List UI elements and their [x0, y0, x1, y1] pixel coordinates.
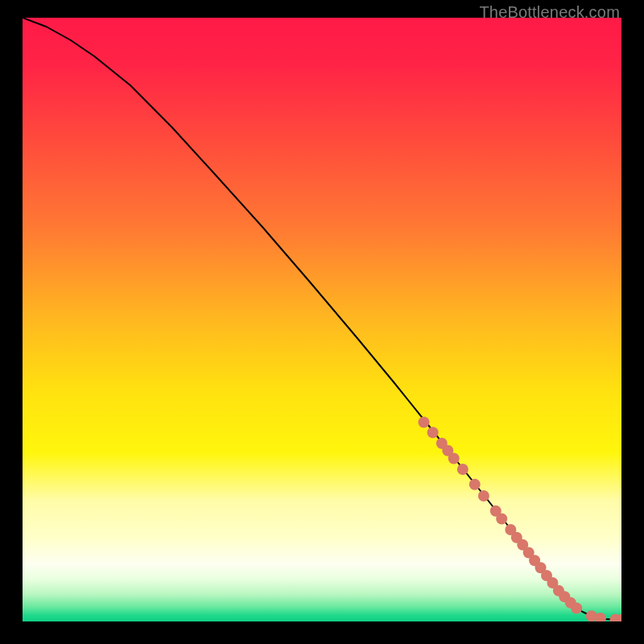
data-point	[571, 603, 582, 614]
chart-stage: TheBottleneck.com	[0, 0, 644, 644]
data-point	[478, 490, 489, 502]
data-point	[469, 479, 481, 490]
data-point	[448, 453, 460, 464]
chart-svg	[23, 18, 621, 621]
data-point	[427, 427, 439, 438]
gradient-background	[23, 18, 621, 621]
data-point	[457, 464, 469, 475]
data-point	[418, 417, 429, 428]
data-point	[496, 514, 507, 525]
plot-area	[23, 18, 621, 621]
